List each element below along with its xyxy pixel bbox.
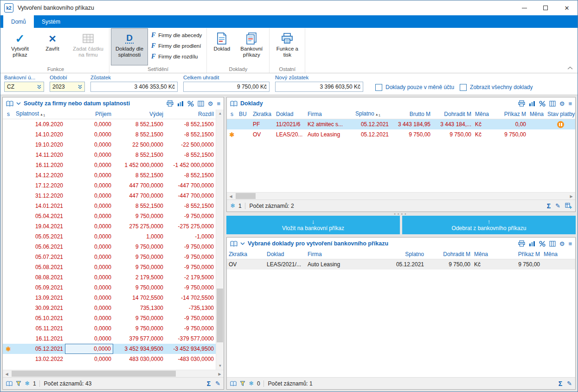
dropdown-chevrons-icon[interactable] [75, 84, 82, 89]
edit-icon[interactable]: ✎ [555, 202, 560, 209]
column-header-prikaz-m[interactable]: Příkaz M [493, 251, 542, 257]
print-icon[interactable] [518, 240, 525, 247]
column-header-firma[interactable]: Firma [306, 111, 353, 117]
scroll-left-icon[interactable]: ◀ [227, 193, 235, 200]
gear-icon[interactable]: ⚙ [208, 101, 213, 107]
scroll-left-icon[interactable]: ◀ [3, 370, 11, 378]
scrollbar-thumb[interactable] [236, 193, 256, 199]
percent-icon[interactable] [539, 101, 546, 107]
column-header-splatno[interactable]: Splatno [391, 251, 426, 257]
period-select[interactable]: 2023 [50, 82, 85, 92]
new-balance-field[interactable]: 3 396 603,50 Kč [275, 82, 363, 92]
remove-from-bank-order-button[interactable]: ↑ Odebrat z bankovního příkazu [402, 216, 576, 234]
scrollbar-thumb[interactable] [217, 289, 223, 342]
menu-icon[interactable]: ≡ [568, 101, 572, 107]
print-icon[interactable] [167, 100, 173, 107]
column-header-vydej[interactable]: Výdej [113, 111, 165, 117]
table-row[interactable]: 14.01.20210,00008 552,1500-8 552,1500 [3, 201, 216, 211]
column-header-bu[interactable]: BU [237, 111, 251, 117]
table-add-icon[interactable] [565, 203, 572, 209]
vertical-scrollbar[interactable]: ▲ ▼ [216, 109, 224, 370]
close-window-button[interactable]: ✕ Zavřít [36, 28, 69, 65]
collapse-ribbon-button[interactable] [567, 64, 573, 71]
show-all-documents-checkbox[interactable] [460, 84, 467, 91]
table-row[interactable]: 14.09.20200,00008 552,1500-8 552,1500 [3, 119, 216, 129]
create-order-button[interactable]: ✓ Vytvořit příkaz [4, 28, 36, 65]
column-header-brutto-m[interactable]: Brutto M [391, 111, 432, 117]
column-header-stav-platby[interactable]: Stav platby [546, 111, 575, 117]
column-header-rozdil[interactable]: Rozdíl [165, 111, 216, 117]
table-row[interactable]: 19.10.20200,000022 500,0000-22 500,0000 [3, 140, 216, 150]
total-pay-field[interactable]: 9 750,00 Kč [183, 82, 270, 92]
tab-system[interactable]: Systém [34, 15, 68, 28]
tab-home[interactable]: Domů [3, 15, 34, 28]
chevron-down-icon[interactable] [240, 242, 245, 245]
menu-icon[interactable]: ≡ [217, 101, 220, 107]
table-row[interactable]: 19.04.20210,0000275 275,0000-275 275,000… [3, 221, 216, 231]
table-row[interactable]: 05.11.20210,00009 750,0000-9 750,0000 [3, 323, 216, 334]
column-header-prikaz-m[interactable]: Příkaz M [492, 111, 528, 117]
table-row[interactable]: 05.07.20210,00009 750,0000-9 750,0000 [3, 252, 216, 262]
table-row[interactable]: 16.11.20200,00001 452 000,0000-1 452 000… [3, 160, 216, 170]
column-header-zkratka[interactable]: Zkratka [251, 111, 274, 117]
table-row[interactable]: 05.04.20210,00009 750,0000-9 750,0000 [3, 211, 216, 221]
column-header-mena-2[interactable]: Měna [528, 111, 546, 117]
table-row[interactable]: 05.08.20210,00009 750,0000-9 750,0000 [3, 262, 216, 272]
table-row[interactable]: 31.12.20200,0000447 700,0000-447 700,000… [3, 191, 216, 201]
table-row[interactable]: 30.09.20210,0000735,1300-735,1300 [3, 303, 216, 313]
table-row[interactable]: 14.11.20200,00008 552,1500-8 552,1500 [3, 150, 216, 160]
bank-account-select[interactable]: CZ [4, 82, 44, 92]
percent-icon[interactable] [187, 101, 194, 107]
table-row[interactable]: 08.08.20210,00002 179,5000-2 179,5000 [3, 272, 216, 283]
table-row[interactable]: ✱05.12.20210,00003 452 934,9500-3 452 93… [3, 344, 216, 354]
horizontal-scrollbar[interactable]: ◀ ▶ [3, 370, 224, 377]
document-button[interactable]: Doklad [208, 28, 235, 65]
insert-to-bank-order-button[interactable]: ↓ Vložit na bankovní příkaz [226, 216, 400, 234]
column-header-zkratka[interactable]: Zkratka [227, 251, 265, 257]
column-header-s[interactable]: s [3, 111, 14, 117]
table-row[interactable]: 05.09.20210,00009 750,0000-9 750,0000 [3, 283, 216, 293]
scroll-right-icon[interactable]: ▶ [216, 370, 224, 378]
sum-icon[interactable]: Σ [559, 380, 562, 387]
column-header-mena[interactable]: Měna [473, 111, 492, 117]
chevron-down-icon[interactable] [16, 102, 21, 105]
book-icon[interactable] [6, 101, 13, 107]
sort-by-due-date-button[interactable]: D Doklady dle splatnosti [111, 28, 148, 65]
table-row[interactable]: 16.11.20210,0000379 577,0000-379 577,000… [3, 334, 216, 344]
column-header-prijem[interactable]: Příjem [65, 111, 113, 117]
edit-icon[interactable]: ✎ [215, 380, 220, 387]
column-header-dohradit-m[interactable]: Dohradit M [426, 251, 472, 257]
print-icon[interactable] [518, 100, 525, 107]
table-row[interactable]: 13.09.20210,000014 702,5500-14 702,5500 [3, 293, 216, 303]
scroll-up-icon[interactable]: ▲ [216, 109, 224, 117]
table-row[interactable]: 05.06.20210,00009 750,0000-9 750,0000 [3, 242, 216, 252]
functions-print-button[interactable]: Funkce a tisk [271, 28, 303, 65]
scroll-down-icon[interactable]: ▼ [216, 362, 224, 370]
sum-icon[interactable]: Σ [547, 202, 551, 210]
table-row[interactable]: 17.12.20200,0000447 700,0000-447 700,000… [3, 180, 216, 191]
edit-icon[interactable]: ✎ [567, 380, 572, 387]
dropdown-chevrons-icon[interactable] [34, 84, 41, 89]
chart-icon[interactable] [177, 101, 184, 107]
percent-icon[interactable] [539, 241, 546, 247]
column-header-doklad[interactable]: Doklad [274, 111, 306, 117]
bank-orders-button[interactable]: Bankovní příkazy [235, 28, 268, 65]
column-header-mena[interactable]: Měna [472, 251, 493, 257]
table-row[interactable]: 05.10.20210,00009 750,0000-9 750,0000 [3, 313, 216, 323]
table-row[interactable]: PF11/2021/6K2 atmitec s...05.12.20213 44… [227, 119, 575, 129]
gear-icon[interactable]: ⚙ [559, 241, 565, 247]
column-header-firma[interactable]: Firma [306, 251, 391, 257]
columns-icon[interactable] [549, 101, 556, 107]
scroll-right-icon[interactable]: ▶ [567, 193, 575, 200]
chart-icon[interactable] [529, 101, 535, 107]
only-account-currency-checkbox[interactable] [375, 84, 382, 91]
column-header-doklad[interactable]: Doklad [265, 251, 306, 257]
columns-icon[interactable] [549, 241, 556, 247]
book-icon[interactable] [230, 241, 238, 247]
column-header-mena-2[interactable]: Měna [542, 251, 575, 257]
sort-firms-alphabet-button[interactable]: F Firmy dle abecedy [148, 30, 205, 40]
table-row[interactable]: 14.12.20200,00008 552,1500-8 552,1500 [3, 170, 216, 180]
table-row[interactable]: OVLEAS/2021/...Auto Leasing05.12.20219 7… [227, 259, 575, 270]
scrollbar-thumb[interactable] [12, 371, 176, 377]
maximize-button[interactable] [535, 0, 556, 15]
